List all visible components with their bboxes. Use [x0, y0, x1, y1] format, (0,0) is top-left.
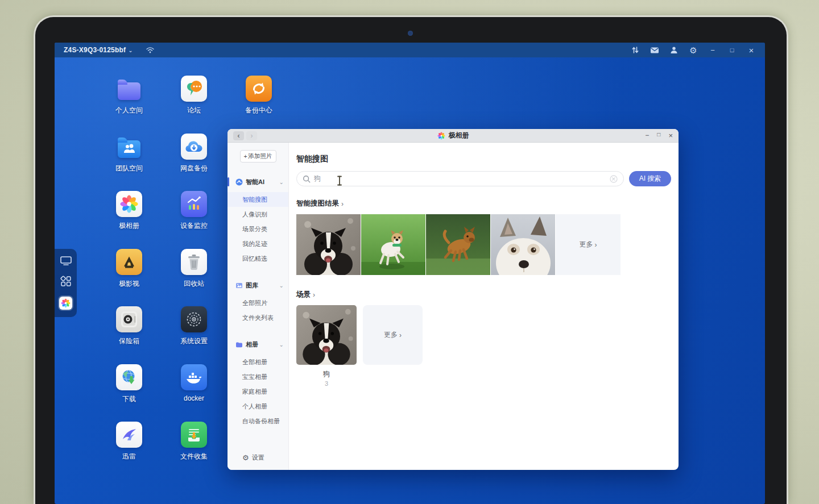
window-titlebar[interactable]: ‹ › 极相册 − □ ×: [228, 129, 679, 143]
sidebar-item-family-album[interactable]: 家庭相册: [228, 384, 288, 399]
sidebar-item-personal-album[interactable]: 个人相册: [228, 399, 288, 414]
window-controls: − □ ×: [645, 132, 673, 139]
result-photo-dog-3[interactable]: [426, 214, 490, 275]
dock-photos-app-icon[interactable]: [59, 297, 72, 310]
search-row: AI 搜索: [296, 171, 671, 186]
desktop-icon-team-space[interactable]: 团队空间: [97, 134, 162, 191]
desktop-icon-label: 论坛: [187, 106, 201, 115]
docker-whale-icon: [181, 364, 207, 390]
more-label: 更多: [384, 330, 398, 340]
window-title-text: 极相册: [449, 131, 469, 140]
search-icon: [303, 175, 311, 183]
gear-icon[interactable]: ⚙: [689, 45, 698, 55]
result-photo-dog-1[interactable]: [296, 214, 361, 275]
sidebar-item-baby-album[interactable]: 宝宝相册: [228, 369, 288, 384]
sidebar-item-all-photos[interactable]: 全部照片: [228, 295, 288, 310]
transfer-icon[interactable]: [631, 45, 640, 55]
chevron-right-icon: ›: [399, 331, 402, 339]
section-label: 智能AI: [246, 178, 264, 186]
desktop-icon-movies[interactable]: 极影视: [97, 249, 162, 307]
sidebar-item-auto-backup-album[interactable]: 自动备份相册: [228, 414, 288, 428]
file-collect-icon: [181, 422, 207, 448]
display-icon[interactable]: [60, 256, 72, 268]
desktop-icon-backup-center[interactable]: 备份中心: [226, 76, 291, 134]
close-icon[interactable]: ×: [747, 45, 756, 55]
desktop-icon-photos[interactable]: 极相册: [97, 191, 162, 249]
desktop-icon-label: 下载: [122, 394, 136, 404]
laptop-frame: Z4S-X9Q3-0125bbf ⌄ ⚙: [35, 17, 787, 504]
desktop-icon-device-monitor[interactable]: 设备监控: [162, 191, 226, 249]
result-photo-dog-4[interactable]: [491, 214, 555, 275]
add-photos-label: 添加照片: [249, 152, 272, 160]
desktop-icon-label: 文件收集: [180, 452, 208, 461]
sync-arrows-icon: [246, 76, 272, 102]
search-input[interactable]: [314, 175, 610, 183]
window-title: 极相册: [437, 131, 469, 140]
desktop-icon-label: 设备监控: [180, 221, 208, 231]
user-icon[interactable]: [669, 45, 679, 55]
sidebar-item-all-albums[interactable]: 全部相册: [228, 355, 288, 369]
sidebar-item-memories[interactable]: 回忆精选: [228, 251, 288, 266]
results-more-button[interactable]: 更多 ›: [556, 214, 621, 275]
sidebar-item-scene-classification[interactable]: 场景分类: [228, 222, 288, 236]
sidebar-item-smart-search[interactable]: 智能搜图: [228, 192, 288, 207]
desktop-icon-personal-space[interactable]: 个人空间: [97, 76, 162, 134]
desktop-icon-safe-box[interactable]: 保险箱: [97, 306, 162, 364]
side-dock: [55, 249, 77, 317]
movies-logo-icon: [116, 249, 142, 275]
desktop-icon-label: 极相册: [119, 221, 139, 231]
section-albums: 相册 ⌄ 全部相册 宝宝相册 家庭相册 个人相册 自动备份相册: [228, 338, 288, 428]
desktop-icon-thunder[interactable]: 迅雷: [97, 422, 162, 480]
desktop-icon-forum[interactable]: 论坛: [162, 76, 226, 134]
mail-icon[interactable]: [650, 45, 659, 55]
desktop-icon-label: 保险箱: [119, 336, 139, 346]
close-icon[interactable]: ×: [668, 132, 673, 139]
maximize-icon[interactable]: □: [727, 45, 737, 55]
desktop-icon-cloud-backup[interactable]: 网盘备份: [162, 134, 226, 191]
desktop-icon-recycle-bin[interactable]: 回收站: [162, 249, 226, 307]
more-label: 更多: [580, 240, 593, 249]
desktop-icon-file-collect[interactable]: 文件收集: [162, 422, 226, 480]
smart-search-panel: 智能搜图 AI 搜索 智能搜图结果 ›: [289, 143, 679, 470]
desktop-icon-download[interactable]: 下载: [97, 364, 162, 422]
webcam-dot: [408, 31, 413, 36]
photos-flower-icon: [437, 132, 445, 140]
apps-grid-icon[interactable]: [60, 276, 72, 289]
minimize-icon[interactable]: −: [645, 132, 649, 139]
settings-button[interactable]: ⚙ 设置: [228, 453, 288, 462]
folder-icon: [116, 76, 142, 102]
sidebar-item-face-recognition[interactable]: 人像识别: [228, 207, 288, 222]
back-button[interactable]: ‹: [233, 131, 244, 140]
scene-card-dog[interactable]: 狗 3: [296, 305, 357, 387]
section-header-smart-ai[interactable]: 智能AI ⌄: [228, 175, 288, 189]
section-label: 图库: [246, 281, 258, 290]
app-sidebar: + 添加照片 智能AI ⌄ 智能搜图 人像识别: [228, 143, 289, 470]
scene-caption: 狗: [296, 369, 357, 379]
desktop-icon-system-settings[interactable]: 系统设置: [162, 306, 226, 364]
search-box[interactable]: [296, 171, 624, 186]
chat-bubbles-icon: [181, 76, 207, 102]
scene-header[interactable]: 场景 ›: [296, 290, 671, 299]
clear-icon[interactable]: [610, 175, 618, 183]
ai-search-button[interactable]: AI 搜索: [629, 171, 671, 186]
nas-desktop-screen: Z4S-X9Q3-0125bbf ⌄ ⚙: [55, 43, 765, 504]
section-header-albums[interactable]: 相册 ⌄: [228, 338, 288, 351]
chevron-down-icon: ⌄: [279, 341, 284, 348]
desktop-icon-label: 系统设置: [180, 336, 208, 346]
desktop-icon-docker[interactable]: docker: [162, 364, 226, 422]
results-header-label: 智能搜图结果: [296, 199, 339, 209]
add-photos-button[interactable]: + 添加照片: [240, 150, 276, 163]
device-name-menu[interactable]: Z4S-X9Q3-0125bbf ⌄: [64, 46, 133, 54]
result-photo-dog-2[interactable]: [361, 214, 425, 275]
forward-button[interactable]: ›: [246, 131, 257, 140]
minimize-icon[interactable]: −: [708, 45, 717, 55]
gallery-icon: [235, 282, 243, 289]
section-header-gallery[interactable]: 图库 ⌄: [228, 278, 288, 292]
scene-more-button[interactable]: 更多 ›: [363, 305, 423, 365]
chevron-right-icon: ›: [313, 291, 315, 299]
results-header[interactable]: 智能搜图结果 ›: [296, 199, 671, 209]
sidebar-item-folder-list[interactable]: 文件夹列表: [228, 310, 288, 325]
sidebar-item-my-footprints[interactable]: 我的足迹: [228, 236, 288, 251]
wifi-icon[interactable]: [146, 46, 155, 54]
maximize-icon[interactable]: □: [657, 132, 660, 139]
